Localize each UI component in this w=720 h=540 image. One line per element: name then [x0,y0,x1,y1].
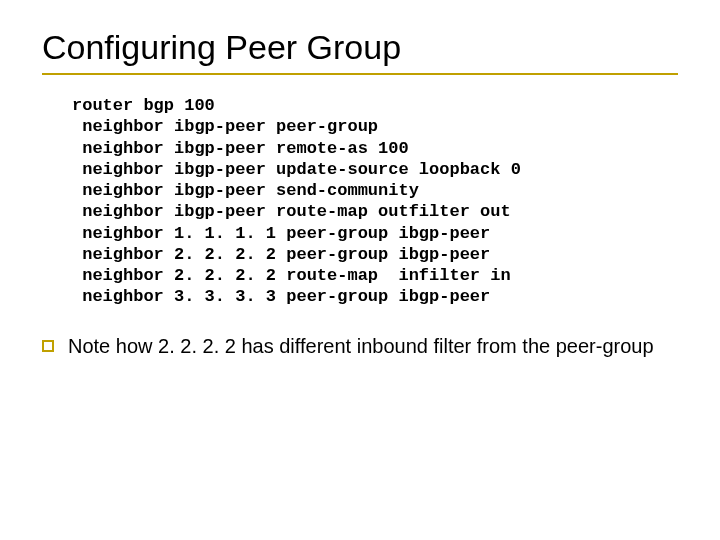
note-text: Note how 2. 2. 2. 2 has different inboun… [68,334,654,359]
slide: Configuring Peer Group router bgp 100 ne… [0,0,720,359]
page-title: Configuring Peer Group [42,28,678,75]
config-code-block: router bgp 100 neighbor ibgp-peer peer-g… [72,95,678,308]
bullet-icon [42,340,54,352]
note-row: Note how 2. 2. 2. 2 has different inboun… [42,334,678,359]
